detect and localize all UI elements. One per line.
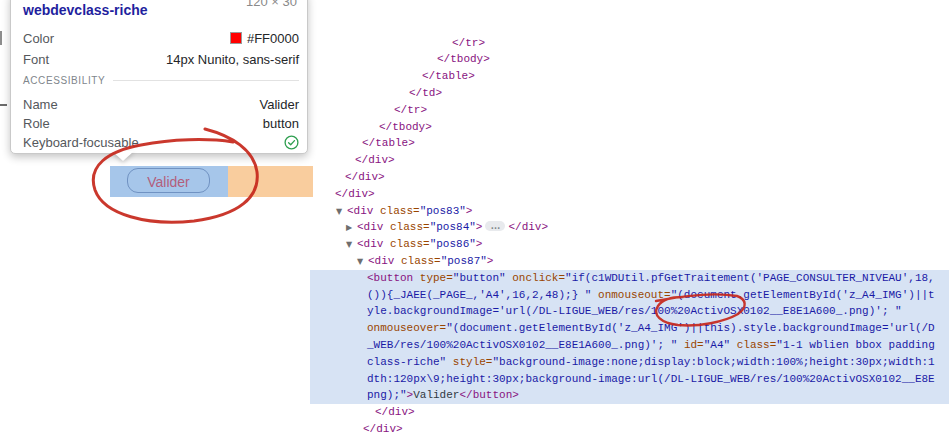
check-circle-icon [284, 135, 299, 150]
tag-token: <div [357, 238, 390, 250]
tag-token: </div> [375, 406, 415, 418]
tooltip-pointer [112, 151, 134, 161]
value-token: "if(c1WDUtil.pfGetTraitement('PAGE_CONSU… [565, 272, 935, 284]
tooltip-row-color: Color #FF0000 [23, 30, 299, 46]
tag-token: </td> [409, 87, 442, 99]
code-line[interactable]: </div> [310, 421, 949, 436]
code-line[interactable]: </div> [310, 404, 949, 421]
value-token: "pos83" [420, 205, 466, 217]
value-token: "A4" [704, 339, 730, 351]
expand-arrow-icon[interactable]: ▼ [346, 237, 357, 254]
tag-token: </button> [459, 389, 518, 401]
expand-arrow-icon[interactable]: ▼ [336, 204, 347, 221]
code-line[interactable]: ▼<div class="pos87"> [310, 253, 949, 270]
value-token: class-riche" [367, 356, 446, 368]
attribute-token: class= [390, 238, 430, 250]
tag-token: <div [347, 205, 380, 217]
tag-token: </table> [422, 70, 475, 82]
attribute-token: type= [420, 272, 453, 284]
code-line[interactable]: ▶<div class="pos84">…</div> [310, 219, 949, 236]
attribute-token: class= [737, 339, 777, 351]
tag-token: <div [368, 255, 401, 267]
devtools-code: </tr></tbody></table></td></tr></tbody><… [310, 35, 949, 436]
tag-token: </tr> [452, 37, 485, 49]
expand-arrow-icon[interactable]: ▼ [357, 254, 368, 271]
attribute-token: onmouseout= [598, 289, 671, 301]
tag-token: > [466, 205, 473, 217]
devtools-elements-panel[interactable]: </tr></tbody></table></td></tr></tbody><… [310, 0, 949, 436]
code-line[interactable]: </tr> [310, 35, 949, 52]
tag-token: </div> [355, 154, 395, 166]
code-line[interactable]: </td> [310, 85, 949, 102]
ellipsis-button[interactable]: … [485, 221, 505, 231]
value-token: "button" [453, 272, 506, 284]
text-token [730, 339, 737, 351]
tag-token: </tbody> [379, 121, 432, 133]
tag-token: > [487, 255, 494, 267]
tag-token: > [476, 238, 483, 250]
inspect-highlight-margin [228, 166, 313, 197]
code-line[interactable]: </tr> [310, 102, 949, 119]
tag-token: </tbody> [437, 53, 490, 65]
code-line[interactable]: png);">Valider</button> [310, 387, 949, 404]
text-token: Valider [413, 389, 459, 401]
tooltip-row-role: Role button [23, 115, 299, 131]
inspect-tooltip: button#A4.1-1.wblien.bbox.padding. webde… [10, 0, 308, 154]
code-line[interactable]: </div> [310, 152, 949, 169]
code-line[interactable]: </div> [310, 169, 949, 186]
value-token: yle.backgroundImage='url(/DL-LIGUE_WEB/r… [367, 305, 902, 317]
code-line[interactable]: </div> [310, 186, 949, 203]
code-line[interactable]: class-riche" style="background-image:non… [310, 354, 949, 371]
tag-token: </div> [335, 188, 375, 200]
code-line[interactable]: ()){_JAEE(_PAGE_,'A4',16,2,48);} " onmou… [310, 287, 949, 304]
code-line[interactable]: </tbody> [310, 119, 949, 136]
value-token: png);" [367, 389, 407, 401]
value-token: ()){_JAEE(_PAGE_,'A4',16,2,48);} " [367, 289, 591, 301]
screenshot-stage: Valider button#A4.1-1.wblien.bbox.paddin… [0, 0, 949, 436]
attribute-token: style= [453, 356, 493, 368]
tag-token: </div> [363, 423, 403, 435]
code-line[interactable]: ▼<div class="pos83"> [310, 203, 949, 220]
tag-token: </table> [362, 137, 415, 149]
value-token: "pos84" [430, 221, 476, 233]
tag-token: <div [357, 221, 390, 233]
value-token: "background-image:none;display:block;wid… [492, 356, 934, 368]
code-line[interactable]: onmouseover="(document.getElementById('z… [310, 320, 949, 337]
tag-token: > [476, 221, 483, 233]
valider-button[interactable]: Valider [127, 168, 210, 193]
code-line[interactable]: </tbody> [310, 51, 949, 68]
value-token: "pos87" [441, 255, 487, 267]
tag-token: <button [367, 272, 420, 284]
attribute-token: class= [380, 205, 420, 217]
code-line[interactable]: yle.backgroundImage='url(/DL-LIGUE_WEB/r… [310, 303, 949, 320]
tooltip-row-name: Name Valider [23, 96, 299, 112]
value-token: "(document.getElementById('z_A4_IMG')||t… [446, 322, 934, 334]
attribute-token: onmouseover= [367, 322, 446, 334]
value-token: "pos86" [430, 238, 476, 250]
code-line[interactable]: </table> [310, 68, 949, 85]
attribute-token: class= [390, 221, 430, 233]
element-selector-wrap: webdevclass-riche [23, 2, 148, 18]
attribute-token: class= [401, 255, 441, 267]
code-line[interactable]: <button type="button" onclick="if(c1WDUt… [310, 270, 949, 287]
tag-token: </div> [508, 221, 548, 233]
tag-token: </div> [345, 171, 385, 183]
value-token: "(document.getElementById('z_A4_IMG')||t [671, 289, 935, 301]
attribute-token: id= [684, 339, 704, 351]
text-token [446, 356, 453, 368]
color-swatch [230, 32, 242, 44]
tooltip-row-keyboard-focusable: Keyboard-focusable [23, 134, 299, 150]
code-line[interactable]: dth:120px\9;height:30px;background-image… [310, 371, 949, 388]
element-dimensions: 120 × 30 [246, 0, 297, 9]
tag-token: </tr> [394, 104, 427, 116]
value-token: _WEB/res/100%20ActivOSX0102__E8E1A600_.p… [367, 339, 677, 351]
code-line[interactable]: _WEB/res/100%20ActivOSX0102__E8E1A600_.p… [310, 337, 949, 354]
code-line[interactable]: </table> [310, 135, 949, 152]
ruler-tick [0, 31, 2, 45]
accessibility-section-header: ACCESSIBILITY [23, 75, 299, 86]
expand-arrow-icon[interactable]: ▶ [346, 220, 357, 237]
ruler-tick [0, 104, 7, 106]
attribute-token: onclick= [512, 272, 565, 284]
code-line[interactable]: ▼<div class="pos86"> [310, 236, 949, 253]
value-token: "1-1 wblien bbox padding [776, 339, 934, 351]
